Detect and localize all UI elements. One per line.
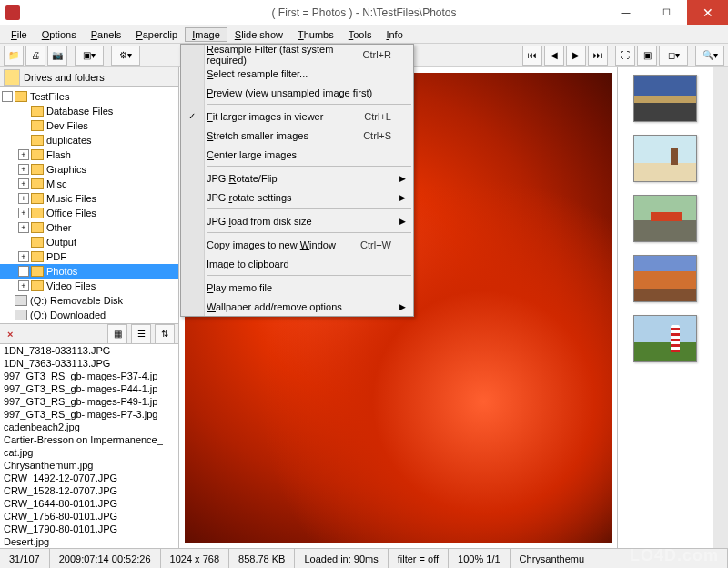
menu-item[interactable]: Stretch smaller imagesCtrl+S xyxy=(181,126,413,145)
tool-filter-icon[interactable]: ⚙▾ xyxy=(111,46,140,66)
tool-open-icon[interactable]: 📁 xyxy=(4,46,24,66)
file-item[interactable]: CRW_1756-80-0101.JPG xyxy=(0,510,178,523)
menu-panels[interactable]: Panels xyxy=(84,27,129,42)
tree-node[interactable]: -TestFiles xyxy=(0,89,178,104)
tree-node[interactable]: +Misc xyxy=(0,177,178,191)
thumbnail[interactable] xyxy=(633,315,697,362)
menu-item[interactable]: ✓Fit larger images in viewerCtrl+L xyxy=(181,107,413,126)
tree-node[interactable]: (Q:) Removable Disk xyxy=(0,293,178,308)
tree-node[interactable]: Dev Files xyxy=(0,118,178,133)
menu-item[interactable]: JPG Rotate/Flip▶ xyxy=(181,168,413,188)
file-item[interactable]: CRW_1644-80-0101.JPG xyxy=(0,497,178,510)
file-item[interactable]: cadenbeach2.jpg xyxy=(0,421,178,433)
tree-node[interactable]: +Office Files xyxy=(0,206,178,220)
menu-item[interactable]: Copy images to new WindowCtrl+W xyxy=(181,235,413,254)
thumbnail[interactable] xyxy=(633,75,697,122)
tool-fit-icon[interactable]: ⛶ xyxy=(615,46,635,66)
image-menu-dropdown[interactable]: Resample Filter (fast system required)Ct… xyxy=(180,44,414,317)
tool-view-icon[interactable]: ◻▾ xyxy=(659,46,688,66)
tool-last-icon[interactable]: ⏭ xyxy=(588,46,608,66)
status-name: Chrysanthemu xyxy=(511,549,728,568)
thumbnail-strip[interactable] xyxy=(617,67,713,548)
menu-info[interactable]: Info xyxy=(379,27,410,42)
maximize-button[interactable]: ☐ xyxy=(646,0,687,25)
tree-node[interactable]: Output xyxy=(0,235,178,249)
file-panel-header: × ▦ ☰ ⇅ xyxy=(0,324,178,344)
tree-node[interactable]: +Flash xyxy=(0,147,178,162)
menu-paperclip[interactable]: Paperclip xyxy=(128,27,185,42)
menu-options[interactable]: Options xyxy=(35,27,84,42)
close-button[interactable]: ✕ xyxy=(687,0,728,25)
tree-node[interactable]: +Video Files xyxy=(0,279,178,293)
tool-slide-icon[interactable]: ▣▾ xyxy=(75,46,104,66)
menu-image[interactable]: Image xyxy=(185,27,228,42)
tool-prev-icon[interactable]: ◀ xyxy=(544,46,564,66)
status-zoom: 100% 1/1 xyxy=(449,549,510,568)
tree-node[interactable]: +Other xyxy=(0,220,178,235)
status-date: 2009:07:14 00:52:26 xyxy=(50,549,161,568)
close-panel-icon[interactable]: × xyxy=(4,329,16,340)
menu-item[interactable]: Select resample filter... xyxy=(181,64,413,83)
tree-node[interactable]: +Music Files xyxy=(0,191,178,206)
file-item[interactable]: Desert.jpg xyxy=(0,535,178,548)
thumbnail[interactable] xyxy=(633,255,697,302)
menu-item[interactable]: Center large images xyxy=(181,145,413,164)
thumbnail[interactable] xyxy=(633,195,697,242)
tree-node[interactable]: +PDF xyxy=(0,249,178,264)
menu-tools[interactable]: Tools xyxy=(341,27,379,42)
status-dims: 1024 x 768 xyxy=(161,549,229,568)
file-item[interactable]: cat.jpg xyxy=(0,446,178,459)
scrollbar[interactable] xyxy=(713,67,728,548)
view-detail-icon[interactable]: ☰ xyxy=(131,324,151,344)
file-item[interactable]: Cartier-Bresson on Impermanence_ xyxy=(0,433,178,446)
menu-file[interactable]: File xyxy=(4,27,35,42)
file-item[interactable]: CRW_1790-80-0101.JPG xyxy=(0,523,178,535)
menu-item[interactable]: Wallpaper add/remove options▶ xyxy=(181,297,413,316)
file-item[interactable]: Chrysanthemum.jpg xyxy=(0,459,178,472)
tool-first-icon[interactable]: ⏮ xyxy=(522,46,542,66)
status-load: Loaded in: 90ms xyxy=(295,549,388,568)
file-item[interactable]: 997_GT3_RS_gb-images-P7-3.jpg xyxy=(0,408,178,421)
drives-icon[interactable] xyxy=(4,69,20,86)
file-item[interactable]: 1DN_7363-033113.JPG xyxy=(0,357,178,370)
menubar: FileOptionsPanelsPaperclipImageSlide sho… xyxy=(0,25,728,44)
menu-item[interactable]: Image to clipboard xyxy=(181,254,413,273)
folder-tree[interactable]: -TestFilesDatabase FilesDev Filesduplica… xyxy=(0,87,178,324)
file-item[interactable]: CRW_1528-12-0707.JPG xyxy=(0,484,178,497)
file-item[interactable]: 997_GT3_RS_gb-images-P44-1.jp xyxy=(0,382,178,395)
minimize-button[interactable]: — xyxy=(605,0,646,25)
status-size: 858.78 KB xyxy=(229,549,295,568)
file-item[interactable]: CRW_1492-12-0707.JPG xyxy=(0,472,178,484)
tree-node[interactable]: duplicates xyxy=(0,133,178,147)
tool-print-icon[interactable]: 🖨 xyxy=(25,46,46,66)
menu-item[interactable]: Resample Filter (fast system required)Ct… xyxy=(181,45,413,64)
view-sort-icon[interactable]: ⇅ xyxy=(155,324,175,344)
menu-thumbs[interactable]: Thumbs xyxy=(290,27,341,42)
tool-camera-icon[interactable]: 📷 xyxy=(47,46,67,66)
status-filter: filter = off xyxy=(389,549,449,568)
file-list[interactable]: 1DN_7318-033113.JPG1DN_7363-033113.JPG99… xyxy=(0,344,178,548)
statusbar: 31/107 2009:07:14 00:52:26 1024 x 768 85… xyxy=(0,548,728,568)
file-item[interactable]: 1DN_7318-033113.JPG xyxy=(0,344,178,357)
menu-item[interactable]: JPG rotate settings▶ xyxy=(181,188,413,207)
file-item[interactable]: 997_GT3_RS_gb-images-P37-4.jp xyxy=(0,370,178,382)
tool-zoom-icon[interactable]: 🔍▾ xyxy=(695,46,724,66)
left-panel: Drives and folders -TestFilesDatabase Fi… xyxy=(0,67,179,548)
tool-full-icon[interactable]: ▣ xyxy=(637,46,657,66)
thumbnail[interactable] xyxy=(633,135,697,182)
file-item[interactable]: 997_GT3_RS_gb-images-P49-1.jp xyxy=(0,395,178,408)
window-title: ( First = Photos ) - N:\TestFiles\Photos xyxy=(271,6,456,19)
tree-node[interactable]: Database Files xyxy=(0,104,178,118)
menu-slide-show[interactable]: Slide show xyxy=(228,27,290,42)
tree-node[interactable]: (Q:) Downloaded xyxy=(0,308,178,322)
menu-item[interactable]: JPG load from disk size▶ xyxy=(181,211,413,230)
tool-next-icon[interactable]: ▶ xyxy=(566,46,586,66)
menu-item[interactable]: Play memo file xyxy=(181,278,413,297)
tree-node[interactable]: +Photos xyxy=(0,264,178,279)
status-count: 31/107 xyxy=(0,549,50,568)
menu-item[interactable]: Preview (view unsampled image first) xyxy=(181,83,413,102)
tree-node[interactable]: +Graphics xyxy=(0,162,178,177)
view-list-icon[interactable]: ▦ xyxy=(107,324,127,344)
drives-title: Drives and folders xyxy=(24,72,105,83)
app-icon xyxy=(5,5,20,20)
